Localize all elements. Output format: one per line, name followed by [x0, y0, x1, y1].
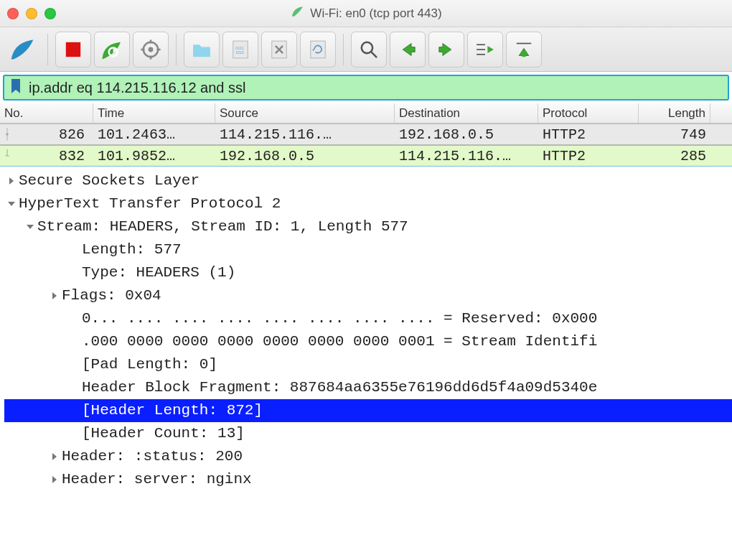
related-packet-icon [0, 128, 14, 141]
disclosure-closed-icon[interactable] [4, 177, 19, 185]
column-header-time[interactable]: Time [93, 103, 215, 123]
stop-capture-button[interactable] [55, 32, 91, 67]
go-forward-button[interactable] [428, 32, 464, 67]
titlebar: Wi-Fi: en0 (tcp port 443) [0, 0, 732, 27]
svg-point-3 [149, 47, 154, 52]
display-filter-bar[interactable]: ip.addr eq 114.215.116.12 and ssl [3, 75, 729, 101]
disclosure-closed-icon[interactable] [47, 452, 62, 461]
go-to-first-packet-button[interactable] [506, 32, 542, 67]
wireshark-logo-icon[interactable] [4, 32, 40, 67]
toolbar-separator [176, 34, 177, 65]
go-back-button[interactable] [390, 32, 426, 67]
column-header-no[interactable]: No. [0, 103, 93, 123]
svg-rect-19 [522, 50, 525, 57]
zoom-window-button[interactable] [44, 8, 56, 19]
packet-list-header[interactable]: No. Time Source Destination Protocol Len… [0, 103, 732, 123]
tree-leaf[interactable]: Length: 577 [4, 238, 732, 261]
wireshark-fin-icon [290, 4, 304, 22]
tree-leaf[interactable]: 0... .... .... .... .... .... .... .... … [4, 307, 732, 330]
packet-row[interactable]: 832 101.9852… 192.168.0.5 114.215.116.… … [0, 145, 732, 167]
close-file-button[interactable] [261, 32, 297, 67]
tree-node-header-status[interactable]: Header: :status: 200 [4, 445, 732, 468]
related-packet-icon [0, 149, 14, 162]
column-header-length[interactable]: Length [639, 103, 710, 123]
packet-row[interactable]: 826 101.2463… 114.215.116.… 192.168.0.5 … [0, 123, 732, 145]
tree-node-http2[interactable]: HyperText Transfer Protocol 2 [4, 192, 732, 215]
svg-text:1010: 1010 [235, 50, 243, 54]
tree-node-flags[interactable]: Flags: 0x04 [4, 284, 732, 307]
minimize-window-button[interactable] [26, 8, 37, 19]
tree-node-ssl[interactable]: Secure Sockets Layer [4, 169, 732, 192]
display-filter-input[interactable]: ip.addr eq 114.215.116.12 and ssl [29, 80, 245, 96]
tree-leaf[interactable]: .000 0000 0000 0000 0000 0000 0000 0001 … [4, 330, 732, 353]
tree-leaf[interactable]: Type: HEADERS (1) [4, 261, 732, 284]
svg-rect-0 [66, 42, 80, 56]
main-toolbar: 01011010 [0, 27, 732, 72]
tree-node-header-server[interactable]: Header: server: nginx [4, 468, 732, 491]
packet-list[interactable]: 826 101.2463… 114.215.116.… 192.168.0.5 … [0, 123, 732, 167]
capture-options-button[interactable] [133, 32, 169, 67]
tree-leaf-selected[interactable]: [Header Length: 872] [4, 399, 732, 422]
tree-leaf[interactable]: [Pad Length: 0] [4, 353, 732, 376]
tree-leaf[interactable]: Header Block Fragment: 887684aa6355e7619… [4, 376, 732, 399]
toolbar-separator [343, 34, 344, 65]
traffic-lights [7, 8, 56, 19]
disclosure-open-icon[interactable] [23, 223, 37, 231]
svg-line-14 [371, 52, 377, 57]
svg-text:0101: 0101 [235, 46, 243, 50]
column-header-source[interactable]: Source [215, 103, 395, 123]
bookmark-icon[interactable] [9, 78, 23, 98]
reload-file-button[interactable] [300, 32, 336, 67]
close-window-button[interactable] [7, 8, 19, 19]
tree-leaf[interactable]: [Header Count: 13] [4, 422, 732, 445]
tree-node-stream[interactable]: Stream: HEADERS, Stream ID: 1, Length 57… [4, 215, 732, 238]
column-header-protocol[interactable]: Protocol [538, 103, 639, 123]
open-file-button[interactable] [184, 32, 220, 67]
svg-point-21 [6, 133, 9, 136]
disclosure-closed-icon[interactable] [47, 291, 62, 300]
save-file-button[interactable]: 01011010 [222, 32, 258, 67]
disclosure-open-icon[interactable] [4, 200, 19, 208]
toolbar-separator [47, 34, 48, 65]
window-title: Wi-Fi: en0 (tcp port 443) [310, 6, 441, 21]
find-packet-button[interactable] [351, 32, 387, 67]
svg-point-13 [362, 42, 372, 52]
disclosure-closed-icon[interactable] [47, 475, 62, 484]
restart-capture-button[interactable] [94, 32, 130, 67]
packet-details-pane[interactable]: Secure Sockets Layer HyperText Transfer … [0, 167, 732, 491]
column-header-destination[interactable]: Destination [395, 103, 538, 123]
go-to-packet-button[interactable] [467, 32, 503, 67]
